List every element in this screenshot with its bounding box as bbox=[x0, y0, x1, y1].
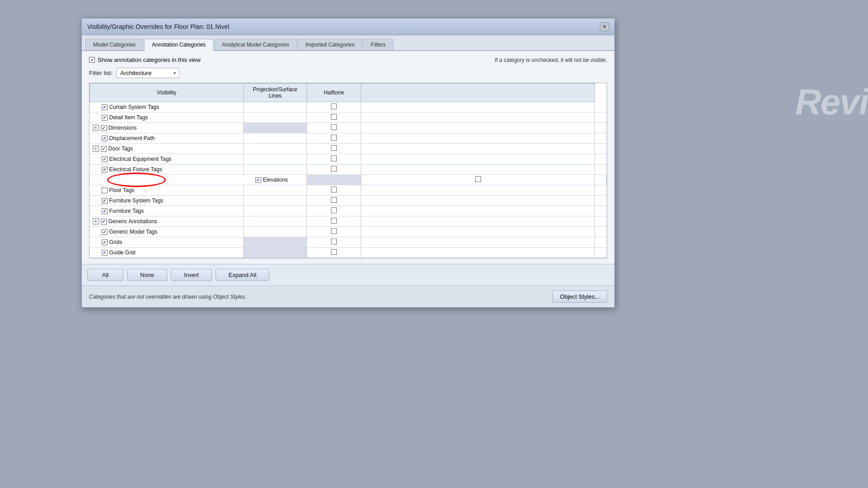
show-annotation-row: Show annotation categories in this view … bbox=[89, 56, 607, 63]
extra-cell-generic-model-tags bbox=[361, 227, 595, 237]
vis-cell-floor-tags: Floor Tags bbox=[90, 186, 244, 195]
proj-cell-dimensions bbox=[244, 123, 307, 133]
checkbox-dimensions[interactable] bbox=[101, 125, 107, 131]
table-row-detail-item-tags: Detail Item Tags bbox=[90, 113, 607, 123]
header-extra bbox=[361, 84, 595, 102]
checkbox-furniture-tags[interactable] bbox=[102, 208, 108, 214]
half-cell-generic-annotations bbox=[307, 216, 361, 227]
bottom-info-text: Categories that are not overridden are d… bbox=[89, 294, 246, 300]
half-cell-generic-model-tags bbox=[307, 227, 361, 237]
table-row-furniture-system-tags: Furniture System Tags bbox=[90, 196, 607, 206]
expand-btn-generic-annotations[interactable]: + bbox=[93, 218, 99, 225]
half-cell-furniture-system-tags bbox=[307, 196, 361, 206]
expand-btn-door-tags[interactable]: + bbox=[93, 145, 99, 152]
none-button[interactable]: None bbox=[127, 269, 167, 281]
expand-btn-dimensions[interactable]: + bbox=[93, 125, 99, 131]
invert-button[interactable]: Invert bbox=[171, 269, 212, 281]
filter-select[interactable]: Architecture Structure MEP bbox=[116, 68, 179, 78]
half-cell-guide-grid bbox=[307, 248, 361, 258]
halftone-cb-furniture-tags[interactable] bbox=[331, 207, 337, 213]
halftone-cb-detail-item-tags[interactable] bbox=[331, 114, 337, 120]
checkbox-grids[interactable] bbox=[102, 239, 108, 245]
checkbox-door-tags[interactable] bbox=[101, 146, 107, 152]
vis-cell-curtain-system-tags: Curtain System Tags bbox=[90, 103, 244, 112]
halftone-cb-electrical-equipment-tags[interactable] bbox=[331, 155, 337, 161]
proj-cell-furniture-tags bbox=[244, 206, 307, 216]
halftone-cb-generic-model-tags[interactable] bbox=[331, 228, 337, 234]
checkbox-elevations[interactable] bbox=[255, 177, 261, 183]
extra-cell-elevations bbox=[595, 175, 607, 185]
table-row-guide-grid: Guide Grid bbox=[90, 248, 607, 258]
halftone-cb-furniture-system-tags[interactable] bbox=[331, 197, 337, 203]
proj-cell-floor-tags bbox=[244, 185, 307, 196]
halftone-cb-grids[interactable] bbox=[331, 239, 337, 244]
table-scroll[interactable]: Visibility Projection/SurfaceLines Halft… bbox=[90, 83, 607, 258]
halftone-cb-dimensions[interactable] bbox=[331, 124, 337, 130]
proj-cell-detail-item-tags bbox=[244, 113, 307, 123]
filter-select-wrap: Architecture Structure MEP bbox=[116, 68, 179, 78]
table-row-dimensions: +Dimensions bbox=[90, 123, 607, 133]
checkbox-displacement-path[interactable] bbox=[102, 136, 108, 141]
object-styles-button[interactable]: Object Styles... bbox=[552, 291, 607, 303]
extra-cell-dimensions bbox=[361, 123, 595, 133]
halftone-cb-curtain-system-tags[interactable] bbox=[331, 103, 337, 109]
half-cell-curtain-system-tags bbox=[307, 102, 361, 113]
proj-cell-curtain-system-tags bbox=[244, 102, 307, 113]
row-label-furniture-tags: Furniture Tags bbox=[109, 208, 144, 214]
halftone-cb-elevations[interactable] bbox=[475, 176, 481, 182]
vis-cell-electrical-equipment-tags: Electrical Equipment Tags bbox=[90, 155, 244, 164]
close-button[interactable]: ✕ bbox=[600, 22, 609, 31]
table-row-generic-model-tags: Generic Model Tags bbox=[90, 227, 607, 237]
tab-model-categories[interactable]: Model Categories bbox=[85, 39, 143, 50]
extra-cell-furniture-system-tags bbox=[361, 196, 595, 206]
halftone-cb-door-tags[interactable] bbox=[331, 145, 337, 151]
filter-label: Filter list: bbox=[89, 70, 113, 76]
checkbox-floor-tags[interactable] bbox=[102, 188, 108, 193]
vis-cell-electrical-fixture-tags: Electrical Fixture Tags bbox=[90, 165, 244, 174]
proj-cell-furniture-system-tags bbox=[244, 196, 307, 206]
halftone-cb-floor-tags[interactable] bbox=[331, 187, 337, 192]
halftone-cb-electrical-fixture-tags[interactable] bbox=[331, 166, 337, 172]
proj-cell-generic-annotations bbox=[244, 216, 307, 227]
vis-cell-furniture-tags: Furniture Tags bbox=[90, 206, 244, 216]
proj-cell-displacement-path bbox=[244, 133, 307, 144]
vis-cell-displacement-path: Displacement Path bbox=[90, 134, 244, 143]
row-label-dimensions: Dimensions bbox=[108, 125, 137, 131]
halftone-cb-guide-grid[interactable] bbox=[331, 249, 337, 255]
header-projection: Projection/SurfaceLines bbox=[244, 84, 307, 102]
tab-filters[interactable]: Filters bbox=[363, 39, 393, 50]
all-button[interactable]: All bbox=[87, 269, 123, 281]
vis-cell-grids: Grids bbox=[90, 238, 244, 247]
half-cell-electrical-equipment-tags bbox=[307, 154, 361, 164]
tab-analytical-model[interactable]: Analytical Model Categories bbox=[214, 39, 297, 50]
table-row-electrical-equipment-tags: Electrical Equipment Tags bbox=[90, 154, 607, 164]
row-label-displacement-path: Displacement Path bbox=[109, 135, 155, 141]
vis-cell-elevations: Elevations bbox=[244, 175, 307, 184]
checkbox-generic-annotations[interactable] bbox=[101, 219, 107, 225]
checkbox-generic-model-tags[interactable] bbox=[102, 229, 108, 235]
expand-all-button[interactable]: Expand All bbox=[216, 269, 269, 281]
checkbox-detail-item-tags[interactable] bbox=[102, 115, 108, 121]
proj-cell-electrical-equipment-tags bbox=[244, 154, 307, 164]
checkbox-electrical-fixture-tags[interactable] bbox=[102, 167, 108, 173]
checkbox-curtain-system-tags[interactable] bbox=[102, 104, 108, 110]
tab-annotation-categories[interactable]: Annotation Categories bbox=[144, 39, 213, 51]
table-row-door-tags: +Door Tags bbox=[90, 144, 607, 154]
elevations-circle bbox=[107, 173, 166, 187]
checkbox-furniture-system-tags[interactable] bbox=[102, 198, 108, 204]
halftone-cb-displacement-path[interactable] bbox=[331, 135, 337, 141]
row-label-electrical-equipment-tags: Electrical Equipment Tags bbox=[109, 156, 172, 162]
tab-imported-categories[interactable]: Imported Categories bbox=[298, 39, 363, 50]
checkbox-electrical-equipment-tags[interactable] bbox=[102, 156, 108, 162]
proj-cell-grids bbox=[244, 237, 307, 248]
background-text: Revi bbox=[795, 81, 868, 123]
extra-cell-furniture-tags bbox=[361, 206, 595, 216]
extra-cell-grids bbox=[361, 237, 595, 248]
checkbox-guide-grid[interactable] bbox=[102, 250, 108, 256]
table-row-floor-tags: Floor Tags bbox=[90, 185, 607, 196]
header-visibility: Visibility bbox=[90, 84, 244, 102]
half-cell-door-tags bbox=[307, 144, 361, 154]
halftone-cb-generic-annotations[interactable] bbox=[331, 218, 337, 224]
show-annotation-checkbox[interactable] bbox=[89, 57, 95, 63]
table-row-curtain-system-tags: Curtain System Tags bbox=[90, 102, 607, 113]
